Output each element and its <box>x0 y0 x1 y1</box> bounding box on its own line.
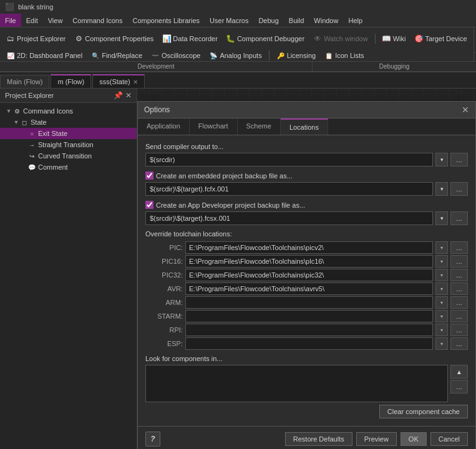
toolchain-pic32-arrow[interactable]: ▾ <box>435 269 448 281</box>
menu-user-macros[interactable]: User Macros <box>205 14 253 27</box>
expand-state[interactable]: ▼ <box>12 119 20 125</box>
toolchain-starm-arrow[interactable]: ▾ <box>435 310 448 322</box>
toolchain-pic32-label: PIC32: <box>145 271 183 279</box>
toolbar-area: 🗂 Project Explorer ⚙ Component Propertie… <box>0 27 476 72</box>
toolbar-data-recorder[interactable]: 📊 Data Recorder <box>158 33 221 44</box>
toolchain-avr-arrow[interactable]: ▾ <box>435 282 448 295</box>
toolchain-rpi-browse[interactable]: … <box>450 324 468 336</box>
sidebar-pin-icon[interactable]: 📌 <box>114 91 123 100</box>
menu-help[interactable]: Help <box>343 14 367 27</box>
menu-build[interactable]: Build <box>284 14 309 27</box>
dialog-title-bar: Options ✕ <box>138 102 475 118</box>
toolbar-oscilloscope[interactable]: 〰 Oscilloscope <box>147 50 204 61</box>
tree-item-command-icons[interactable]: ▼ ⚙ Command Icons <box>0 105 137 117</box>
main-layout: Project Explorer 📌 ✕ ▼ ⚙ Command Icons ▼… <box>0 89 476 449</box>
tree-item-exit-state[interactable]: ○ Exit State <box>0 128 137 139</box>
toolchain-pic32-input[interactable] <box>185 269 433 281</box>
menu-bar: File Edit View Command Icons Components … <box>0 14 476 27</box>
toolchain-pic-arrow[interactable]: ▾ <box>435 241 448 254</box>
toolchain-starm-input[interactable] <box>185 310 433 322</box>
toolchain-arm-arrow[interactable]: ▾ <box>435 296 448 309</box>
toolchain-esp-browse[interactable]: … <box>450 337 468 350</box>
toolchain-avr-label: AVR: <box>145 285 183 292</box>
restore-defaults-button[interactable]: Restore Defaults <box>285 432 352 446</box>
tree-item-curved-transition[interactable]: ↪ Curved Transition <box>0 150 137 162</box>
toolchain-rpi-input[interactable] <box>185 324 433 336</box>
dialog-close-button[interactable]: ✕ <box>462 105 469 114</box>
toolchain-pic16-arrow[interactable]: ▾ <box>435 255 448 268</box>
toolchain-esp-input[interactable] <box>185 337 433 350</box>
dashboard-icon: 📈 <box>6 51 15 60</box>
tab-m-flow-label: m (Flow) <box>57 78 84 85</box>
toolbar-project-explorer[interactable]: 🗂 Project Explorer <box>2 33 69 44</box>
tab-sss-state[interactable]: sss(State) ✕ <box>92 74 145 88</box>
exit-state-icon: ○ <box>27 129 36 138</box>
menu-edit[interactable]: Edit <box>21 14 43 27</box>
tab-sss-state-close[interactable]: ✕ <box>133 79 138 85</box>
toolbar-component-properties[interactable]: ⚙ Component Properties <box>70 33 157 44</box>
toolbar-icon-lists[interactable]: 📋 Icon Lists <box>321 50 367 61</box>
toolbar-watch-window[interactable]: 👁 Watch window <box>309 33 372 44</box>
appdev-backup-dropdown[interactable]: ▾ <box>435 211 448 225</box>
appdev-backup-checkbox[interactable] <box>145 201 153 209</box>
toolbar-target-device[interactable]: 🎯 Target Device <box>410 33 470 44</box>
compiler-output-input[interactable] <box>145 153 433 167</box>
appdev-backup-input[interactable] <box>145 211 433 225</box>
embedded-backup-dropdown[interactable]: ▾ <box>435 182 448 196</box>
toolchain-esp-arrow[interactable]: ▾ <box>435 337 448 350</box>
expand-command-icons[interactable]: ▼ <box>5 108 12 114</box>
toolchain-pic32-browse[interactable]: … <box>450 269 468 281</box>
toolbar-wiki[interactable]: 📖 Wiki <box>379 33 410 44</box>
toolchain-pic16-browse[interactable]: … <box>450 255 468 268</box>
menu-components-libraries[interactable]: Components Libraries <box>127 14 205 27</box>
tree-item-comment[interactable]: 💬 Comment <box>0 162 137 173</box>
appdev-backup-label: Create an App Developer project backup f… <box>156 201 305 209</box>
embedded-backup-input[interactable] <box>145 182 433 196</box>
embedded-backup-browse[interactable]: … <box>450 182 468 196</box>
toolchain-arm-browse[interactable]: … <box>450 296 468 309</box>
menu-window[interactable]: Window <box>309 14 343 27</box>
components-scroll-up[interactable]: ▲ <box>450 365 468 379</box>
ok-button[interactable]: OK <box>401 432 427 446</box>
tab-m-flow[interactable]: m (Flow) <box>51 74 91 88</box>
menu-view[interactable]: View <box>43 14 68 27</box>
toolchain-avr-browse[interactable]: … <box>450 282 468 295</box>
sidebar-close-icon[interactable]: ✕ <box>125 91 132 100</box>
tree-item-state[interactable]: ▼ ◻ State <box>0 117 137 128</box>
component-debugger-icon: 🐛 <box>226 34 235 43</box>
toolbar-component-debugger[interactable]: 🐛 Component Debugger <box>223 33 308 44</box>
tree-item-curved-label: Curved Transition <box>38 152 92 160</box>
project-explorer-icon: 🗂 <box>6 34 15 43</box>
components-textarea[interactable] <box>145 365 448 402</box>
dialog-tab-locations[interactable]: Locations <box>281 118 328 135</box>
menu-debug[interactable]: Debug <box>253 14 283 27</box>
toolbar-licensing[interactable]: 🔑 Licensing <box>273 50 319 61</box>
toolbar-find-replace[interactable]: 🔍 Find/Replace <box>87 50 146 61</box>
toolchain-avr-input[interactable] <box>185 282 433 295</box>
tree-item-straight-transition[interactable]: → Straight Transition <box>0 139 137 150</box>
cancel-button[interactable]: Cancel <box>430 432 468 446</box>
toolchain-starm-browse[interactable]: … <box>450 310 468 322</box>
tab-main-flow[interactable]: Main (Flow) <box>0 75 49 88</box>
preview-button[interactable]: Preview <box>356 432 397 446</box>
compiler-output-browse[interactable]: … <box>450 153 468 167</box>
toolchain-pic-input[interactable] <box>185 241 433 254</box>
menu-command-icons[interactable]: Command Icons <box>67 14 127 27</box>
toolchain-arm-input[interactable] <box>185 296 433 309</box>
dialog-title: Options <box>144 105 170 114</box>
toolchain-pic16-input[interactable] <box>185 255 433 268</box>
toolbar-analog-inputs[interactable]: 📡 Analog Inputs <box>205 50 265 61</box>
menu-file[interactable]: File <box>0 14 21 27</box>
toolbar-2d-dashboard[interactable]: 📈 2D: Dashboard Panel <box>2 50 86 61</box>
help-button[interactable]: ? <box>145 432 160 447</box>
toolchain-pic-browse[interactable]: … <box>450 241 468 254</box>
dialog-tab-flowchart[interactable]: Flowchart <box>190 118 238 135</box>
dialog-tab-application[interactable]: Application <box>138 118 190 135</box>
clear-cache-button[interactable]: Clear component cache <box>379 405 468 418</box>
components-browse[interactable]: … <box>450 380 468 393</box>
toolchain-rpi-arrow[interactable]: ▾ <box>435 324 448 336</box>
appdev-backup-browse[interactable]: … <box>450 211 468 225</box>
compiler-output-dropdown[interactable]: ▾ <box>435 153 448 167</box>
embedded-backup-checkbox[interactable] <box>145 171 153 180</box>
dialog-tab-scheme[interactable]: Scheme <box>238 118 281 135</box>
